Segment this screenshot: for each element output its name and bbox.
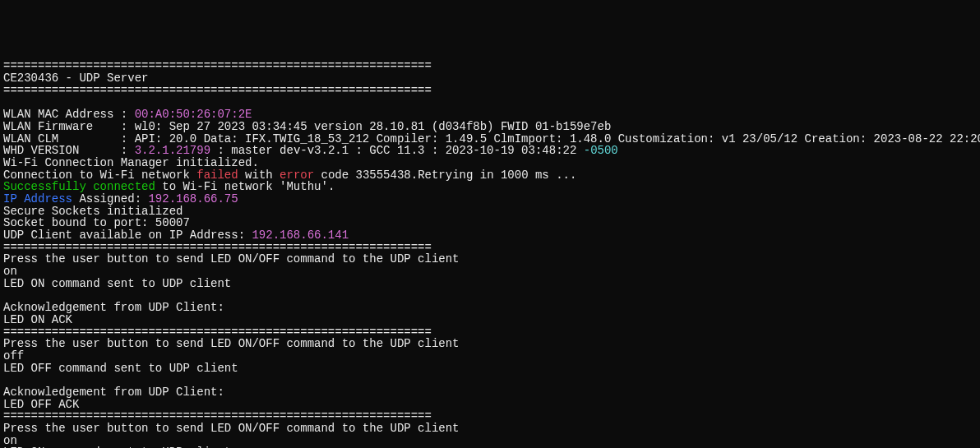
failed-word: failed — [196, 169, 238, 182]
divider: ========================================… — [3, 409, 432, 423]
mac-line: WLAN MAC Address : 00:A0:50:26:07:2E — [3, 108, 252, 121]
sent-line: LED ON command sent to UDP client — [3, 277, 231, 290]
ack-line: LED ON ACK — [3, 313, 72, 326]
secure-sockets-line: Secure Sockets initialized — [3, 205, 183, 218]
whd-version: 3.2.1.21799 — [135, 144, 210, 157]
sent-line: LED OFF command sent to UDP client — [3, 362, 238, 375]
wcm-init-line: Wi-Fi Connection Manager initialized. — [3, 156, 259, 169]
ack-label-line: Acknowledgement from UDP Client: — [3, 301, 224, 314]
ip-line: IP Address Assigned: 192.168.66.75 — [3, 192, 238, 206]
divider: ========================================… — [3, 84, 432, 97]
error-word: error — [280, 169, 314, 182]
divider: ========================================… — [3, 326, 432, 339]
ack-line: LED OFF ACK — [3, 398, 79, 411]
app-title: CE230436 - UDP Server — [3, 72, 148, 85]
mac-address: 00:A0:50:26:07:2E — [135, 108, 252, 121]
state-line: on — [3, 434, 17, 447]
ack-label-line: Acknowledgement from UDP Client: — [3, 386, 224, 399]
terminal-output: ========================================… — [0, 48, 980, 448]
state-line: off — [3, 349, 24, 363]
prompt-line: Press the user button to send LED ON/OFF… — [3, 422, 460, 435]
ip-label: IP Address — [3, 192, 72, 206]
divider: ========================================… — [3, 59, 432, 72]
ip-address: 192.168.66.75 — [148, 192, 238, 206]
whd-line: WHD VERSION : 3.2.1.21799 : master dev-v… — [3, 144, 618, 157]
divider: ========================================… — [3, 241, 432, 254]
clm-line: WLAN CLM : API: 20.0 Data: IFX.TWIG_18_5… — [3, 132, 980, 145]
firmware-line: WLAN Firmware : wl0: Sep 27 2023 03:34:4… — [3, 120, 611, 133]
udp-client-ip: 192.168.66.141 — [252, 229, 349, 242]
conn-fail-line: Connection to Wi-Fi network failed with … — [3, 169, 576, 182]
prompt-line: Press the user button to send LED ON/OFF… — [3, 252, 460, 266]
conn-ok-line: Successfully connected to Wi-Fi network … — [3, 180, 335, 193]
socket-bind-line: Socket bound to port: 50007 — [3, 216, 190, 229]
success-words: Successfully connected — [3, 180, 155, 193]
prompt-line: Press the user button to send LED ON/OFF… — [3, 337, 460, 350]
state-line: on — [3, 265, 17, 278]
whd-tz: -0500 — [584, 144, 618, 157]
udp-client-line: UDP Client available on IP Address: 192.… — [3, 229, 349, 242]
